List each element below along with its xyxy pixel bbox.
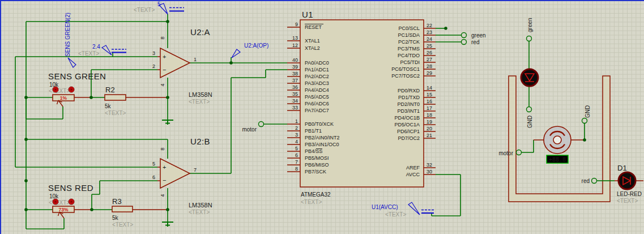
svg-text:23: 23: [427, 29, 432, 35]
r3-body[interactable]: [112, 206, 133, 212]
u2a-body[interactable]: [160, 48, 190, 78]
wire-avcc[interactable]: [432, 175, 460, 216]
svg-text:AREF: AREF: [406, 165, 420, 171]
power-terminal-2v4[interactable]: 2.4 <TEXT>: [78, 44, 126, 57]
svg-text:22: 22: [427, 23, 432, 28]
wire-u2a-out[interactable]: [190, 57, 287, 63]
wire-u2b-out[interactable]: [190, 70, 287, 173]
component-r2[interactable]: R2 5k <TEXT>: [105, 86, 126, 116]
pot-red-text-placeholder: <TEXT>: [49, 199, 70, 206]
r3-value: 5k: [112, 215, 119, 221]
svg-text:33: 33: [292, 105, 298, 110]
power-terminal-5v[interactable]: 5 <TEXT>: [134, 1, 184, 14]
svg-text:36: 36: [292, 84, 298, 90]
component-motor[interactable]: +88.8: [544, 126, 571, 163]
svg-text:PD0/RXD: PD0/RXD: [398, 88, 420, 93]
u2b-pin6: 6: [152, 175, 155, 180]
motor-shaft: [553, 136, 561, 144]
svg-text:PC2/TCK: PC2/TCK: [398, 39, 420, 45]
wire-u2b-pin6[interactable]: [92, 181, 157, 210]
terminal-gnd-left[interactable]: [527, 107, 532, 112]
u2a-pin4: 4: [160, 83, 165, 86]
component-green-led[interactable]: [521, 69, 538, 86]
svg-text:19: 19: [427, 119, 432, 125]
svg-text:PC1/SDA: PC1/SDA: [398, 32, 420, 38]
svg-text:34: 34: [292, 98, 298, 104]
svg-text:PA7/ADC7: PA7/ADC7: [305, 108, 329, 113]
svg-text:PB5/MOSI: PB5/MOSI: [305, 155, 329, 161]
svg-text:RESET: RESET: [305, 24, 322, 30]
pot-red-decrement-icon[interactable]: [69, 199, 74, 205]
wire-u2b-vcc[interactable]: [26, 139, 168, 159]
svg-text:14: 14: [427, 85, 432, 91]
svg-text:PD1/TXD: PD1/TXD: [398, 95, 420, 100]
label-red-right: red: [582, 178, 590, 184]
power-5v-text-placeholder: <TEXT>: [134, 7, 155, 13]
terminal-motor-mcu[interactable]: [259, 122, 264, 127]
u2b-pin7: 7: [194, 167, 197, 173]
r2-text-placeholder: <TEXT>: [105, 110, 126, 116]
power-2v4-text-placeholder: <TEXT>: [78, 50, 99, 57]
terminal-gnd-right[interactable]: [582, 118, 587, 124]
terminal-motor-right[interactable]: [517, 150, 522, 155]
svg-text:PA6/ADC6: PA6/ADC6: [305, 101, 329, 107]
svg-text:PB2/AIN0/INT2: PB2/AIN0/INT2: [305, 135, 340, 141]
svg-text:PA5/ADC5: PA5/ADC5: [305, 94, 329, 100]
net-label-flag-icon: [68, 58, 76, 67]
label-motor-right: motor: [498, 150, 513, 156]
pot-green-label: SENS GREEN: [48, 71, 106, 81]
terminal-green-led[interactable]: [527, 36, 532, 41]
terminal-green[interactable]: [462, 33, 467, 38]
label-gnd-right: GND: [585, 105, 591, 118]
svg-text:27: 27: [427, 57, 432, 62]
svg-text:20: 20: [427, 126, 432, 131]
u1-ref: U1: [302, 10, 313, 19]
svg-text:39: 39: [292, 64, 298, 70]
power-terminal-avcc[interactable]: U1(AVCC) <TEXT>: [372, 202, 434, 218]
ground-symbol: [162, 120, 173, 125]
component-d1-led-red[interactable]: D1 LED-RED <TEXT>: [617, 164, 642, 204]
r2-body[interactable]: [105, 95, 126, 100]
svg-text:6: 6: [295, 152, 298, 158]
u2b-ref: U2:B: [190, 137, 210, 146]
component-pot-green[interactable]: SENS GREEN 10k <TEXT> 1%: [48, 71, 106, 107]
terminal-red-led[interactable]: [592, 178, 597, 184]
svg-text:PB0/T0/XCK: PB0/T0/XCK: [305, 121, 334, 127]
svg-text:PD2/INT0: PD2/INT0: [397, 101, 420, 107]
net-label-u2a-op[interactable]: U2:A(OP): [232, 42, 268, 58]
svg-text:24: 24: [427, 36, 432, 42]
svg-text:4: 4: [295, 139, 298, 144]
svg-text:PA0/ADC0: PA0/ADC0: [305, 60, 329, 66]
svg-text:8: 8: [295, 166, 298, 172]
svg-text:18: 18: [427, 112, 432, 118]
d1-body[interactable]: [619, 172, 636, 189]
component-r3[interactable]: R3 5k <TEXT>: [112, 197, 133, 228]
r3-text-placeholder: <TEXT>: [112, 222, 133, 228]
u2b-body[interactable]: [160, 159, 190, 188]
u2b-pin5: 5: [152, 161, 155, 167]
u2b-plus-sign: +: [163, 164, 166, 171]
component-pot-red[interactable]: SENS RED 10k <TEXT> 73%: [48, 183, 93, 218]
schematic-canvas[interactable]: U1 ATMEGA32 <TEXT> 9 13 12 40 39 38 37 3…: [0, 0, 644, 234]
component-u1-atmega32[interactable]: U1 ATMEGA32 <TEXT> 9 13 12 40 39 38 37 3…: [287, 10, 436, 205]
svg-text:PC4/TDO: PC4/TDO: [398, 53, 420, 58]
svg-text:7: 7: [295, 159, 298, 165]
terminal-red[interactable]: [462, 40, 467, 45]
u2b-part: LM358N: [189, 202, 212, 209]
wire-motor-left[interactable]: [522, 140, 534, 152]
green-led-body[interactable]: [521, 69, 538, 86]
component-u2b[interactable]: + − 5 6 7 8 4 U2:B LM358N <TEXT>: [152, 137, 212, 215]
component-u2a[interactable]: + − 3 2 1 8 4 U2:A LM358N <TEXT>: [152, 27, 212, 105]
pot-green-decrement-icon[interactable]: [69, 87, 74, 92]
pot-green-increment-icon[interactable]: [53, 87, 58, 92]
r2-ref: R2: [105, 86, 115, 94]
svg-text:PB7/SCK: PB7/SCK: [305, 169, 326, 175]
svg-text:PB4/SS: PB4/SS: [305, 148, 323, 154]
svg-text:17: 17: [427, 105, 432, 111]
svg-text:32: 32: [427, 162, 432, 168]
net-label-sens-green2[interactable]: SENS GREEN(2): [65, 12, 76, 67]
u2a-minus-sign: −: [163, 66, 166, 73]
u2b-text-placeholder: <TEXT>: [189, 209, 210, 215]
pot-red-increment-icon[interactable]: [53, 199, 58, 205]
u2a-ref: U2:A: [190, 27, 210, 37]
